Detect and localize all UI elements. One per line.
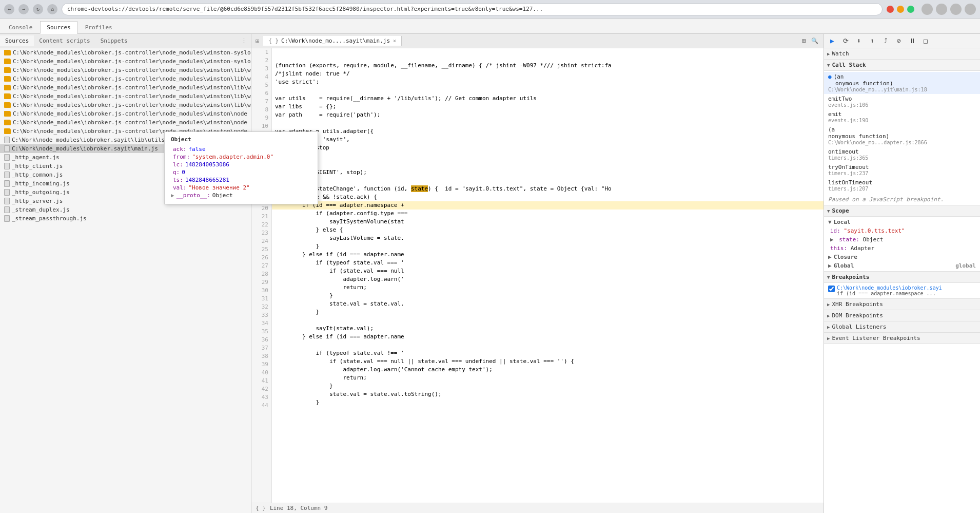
line-number[interactable]: 38 [251, 352, 271, 360]
code-editor[interactable]: 1234567891011121314151617181920212223242… [251, 48, 824, 503]
pause-exceptions-button[interactable]: ⏸ [906, 35, 918, 47]
tab-profiles[interactable]: Profiles [79, 21, 119, 33]
sidebar-tab-sources[interactable]: Sources [0, 35, 34, 46]
line-number[interactable]: 34 [251, 319, 271, 328]
sidebar-tab-snippets[interactable]: Snippets [95, 35, 133, 46]
line-number[interactable]: 24 [251, 237, 271, 245]
step-out-button[interactable]: ⤴ [879, 35, 892, 47]
collapsed-section-xhr-breakpoints[interactable]: ▶XHR Breakpoints [824, 299, 980, 310]
step-into-button[interactable]: ⬆ [866, 35, 878, 47]
line-number[interactable]: 29 [251, 278, 271, 287]
call-stack-header[interactable]: ▼ Call Stack [824, 60, 980, 71]
line-number[interactable]: 36 [251, 336, 271, 344]
line-number[interactable]: 7 [251, 98, 271, 106]
line-number[interactable]: 31 [251, 295, 271, 303]
file-tree-item[interactable]: C:\Work\node_modules\iobroker.js-control… [0, 57, 251, 66]
call-stack-item[interactable]: listOnTimeouttimers.js:207 [824, 178, 980, 193]
file-tree-item[interactable]: C:\Work\node_modules\iobroker.js-control… [0, 118, 251, 127]
code-tab-close[interactable]: × [393, 38, 396, 44]
resume-button[interactable]: ▶ [826, 35, 838, 47]
line-number[interactable]: 32 [251, 303, 271, 311]
line-number[interactable]: 35 [251, 328, 271, 336]
window-minimize[interactable] [897, 6, 904, 13]
line-number[interactable]: 4 [251, 73, 271, 81]
call-stack-item[interactable]: ontimeouttimers.js:365 [824, 147, 980, 162]
scope-expand-icon[interactable]: ▶ [830, 236, 837, 243]
line-number[interactable]: 27 [251, 262, 271, 270]
call-stack-item[interactable]: tryOnTimeouttimers.js:237 [824, 162, 980, 178]
line-number[interactable]: 30 [251, 287, 271, 295]
tab-layout-button[interactable]: ⊞ [251, 35, 263, 47]
line-number[interactable]: 20 [251, 204, 271, 213]
line-number[interactable]: 5 [251, 81, 271, 89]
file-tree-item[interactable]: _stream_duplex.js [0, 205, 251, 214]
line-number[interactable]: 40 [251, 369, 271, 377]
step-over-button[interactable]: ⬇ [853, 35, 865, 47]
line-number[interactable]: 44 [251, 402, 271, 410]
line-number[interactable]: 33 [251, 311, 271, 319]
refresh-button[interactable]: ↻ [33, 4, 43, 14]
tab-console[interactable]: Console [2, 21, 39, 33]
call-stack-item[interactable]: emitevents.js:190 [824, 109, 980, 125]
line-number[interactable]: 21 [251, 213, 271, 221]
file-tree-item[interactable]: C:\Work\node_modules\iobroker.js-control… [0, 66, 251, 74]
line-number[interactable]: 37 [251, 344, 271, 352]
window-close[interactable] [887, 6, 894, 13]
call-stack-item[interactable]: emitTwoevents.js:106 [824, 94, 980, 109]
line-number[interactable]: 25 [251, 245, 271, 254]
file-tree-item[interactable]: _stream_passthrough.js [0, 214, 251, 223]
forward-button[interactable]: → [18, 4, 29, 14]
pretty-print-button[interactable]: ⊞ [800, 36, 808, 46]
line-number[interactable]: 23 [251, 229, 271, 237]
line-number[interactable]: 10 [251, 122, 271, 130]
line-number[interactable]: 22 [251, 221, 271, 229]
global-scope-header[interactable]: ▶ Global global [824, 261, 980, 270]
file-tree-item[interactable]: C:\Work\node_modules\iobroker.js-control… [0, 48, 251, 57]
search-in-file-button[interactable]: 🔍 [809, 36, 820, 45]
long-resume-button[interactable]: ⟳ [839, 35, 852, 47]
code-content[interactable]: (function (exports, require, module, __f… [272, 48, 824, 503]
format-icon[interactable]: { } [256, 505, 266, 511]
line-number[interactable]: 43 [251, 393, 271, 402]
window-maximize[interactable] [907, 6, 914, 13]
breakpoints-header[interactable]: ▼ Breakpoints [824, 272, 980, 283]
drawer-button[interactable]: □ [919, 35, 932, 47]
sidebar-more-button[interactable]: ⋮ [237, 35, 251, 46]
file-tree-item[interactable]: C:\Work\node_modules\iobroker.js-control… [0, 92, 251, 101]
home-button[interactable]: ⌂ [47, 4, 57, 14]
back-button[interactable]: ← [4, 4, 14, 14]
deactivate-breakpoints-button[interactable]: ⊘ [893, 35, 905, 47]
line-number[interactable]: 8 [251, 106, 271, 114]
watch-section[interactable]: ▶ Watch [824, 48, 980, 60]
tab-sources[interactable]: Sources [40, 21, 77, 34]
local-scope-header[interactable]: ▼ Local [824, 218, 980, 226]
call-stack-item[interactable]: (anonymous function)C:\Work\node_mo...da… [824, 125, 980, 147]
breakpoint-item[interactable]: C:\Work\node_modules\iobroker.sayiif (id… [824, 284, 980, 297]
call-stack-item[interactable]: ●(anonymous function)C:\Work\node_mo...y… [824, 72, 980, 94]
file-tree-item[interactable]: C:\Work\node_modules\iobroker.js-control… [0, 101, 251, 109]
collapsed-section-dom-breakpoints[interactable]: ▶DOM Breakpoints [824, 310, 980, 321]
line-number[interactable]: 41 [251, 377, 271, 385]
scope-header[interactable]: ▼ Scope [824, 205, 980, 217]
sidebar-tab-content-scripts[interactable]: Content scripts [34, 35, 95, 46]
line-number[interactable]: 6 [251, 89, 271, 98]
line-number[interactable]: 42 [251, 385, 271, 393]
expand-arrow-icon[interactable]: ▶ [171, 192, 174, 199]
code-tab-main[interactable]: { } C:\Work\node_mo....sayit\main.js × [263, 36, 402, 46]
line-number[interactable]: 28 [251, 270, 271, 278]
line-number[interactable]: 39 [251, 360, 271, 369]
breakpoint-checkbox[interactable] [828, 286, 835, 292]
line-number[interactable]: 1 [251, 48, 271, 56]
code-line: if (typeof state.val !== ' [272, 349, 824, 357]
file-tree-item[interactable]: C:\Work\node_modules\iobroker.js-control… [0, 74, 251, 83]
file-tree-item[interactable]: C:\Work\node_modules\iobroker.js-control… [0, 109, 251, 118]
line-number[interactable]: 9 [251, 114, 271, 122]
line-number[interactable]: 26 [251, 254, 271, 262]
collapsed-section-global-listeners[interactable]: ▶Global Listeners [824, 321, 980, 333]
closure-scope-header[interactable]: ▶ Closure [824, 253, 980, 261]
line-number[interactable]: 2 [251, 56, 271, 65]
line-number[interactable]: 3 [251, 65, 271, 73]
file-tree-item[interactable]: C:\Work\node_modules\iobroker.js-control… [0, 83, 251, 92]
address-bar[interactable]: chrome-devtools://devtools/remote/serve_… [62, 3, 883, 15]
collapsed-section-event-listener-breakpoints[interactable]: ▶Event Listener Breakpoints [824, 333, 980, 344]
